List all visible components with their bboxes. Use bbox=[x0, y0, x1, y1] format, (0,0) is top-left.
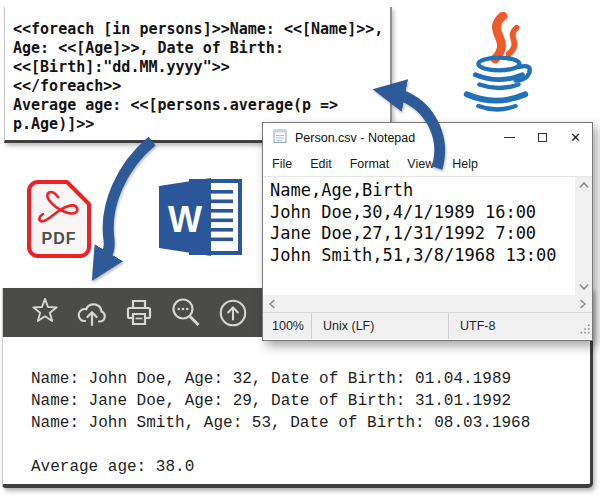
java-logo-icon bbox=[452, 12, 540, 116]
pdf-label: PDF bbox=[42, 230, 77, 247]
menu-help[interactable]: Help bbox=[443, 153, 487, 175]
merged-output-text: Name: John Doe, Age: 32, Date of Birth: … bbox=[3, 337, 590, 478]
csv-line: John Doe,30,4/1/1989 16:00 bbox=[270, 202, 575, 224]
horizontal-scrollbar[interactable] bbox=[263, 295, 592, 312]
menu-edit[interactable]: Edit bbox=[301, 153, 341, 175]
print-icon[interactable] bbox=[122, 296, 156, 330]
notepad-menubar: File Edit Format View Help bbox=[263, 152, 592, 177]
output-average-line: Average age: 38.0 bbox=[31, 456, 590, 478]
notepad-file-icon bbox=[272, 128, 288, 147]
template-code-line: Age: <<[Age]>>, Date of Birth: bbox=[13, 39, 390, 58]
cloud-upload-icon[interactable] bbox=[75, 296, 109, 330]
notepad-text-area[interactable]: Name,Age,Birth John Doe,30,4/1/1989 16:0… bbox=[263, 177, 575, 295]
zoom-search-icon[interactable] bbox=[169, 296, 203, 330]
chevron-left-icon[interactable] bbox=[268, 298, 276, 310]
template-code-line: <</foreach>> bbox=[13, 77, 390, 96]
window-title: Person.csv - Notepad bbox=[295, 131, 493, 145]
template-code-line: <<[Birth]:"dd.MM.yyyy">> bbox=[13, 58, 390, 77]
menu-format[interactable]: Format bbox=[341, 153, 399, 175]
output-line: Name: John Smith, Age: 53, Date of Birth… bbox=[31, 412, 590, 434]
status-zoom: 100% bbox=[263, 313, 311, 339]
notepad-statusbar: 100% Unix (LF) UTF-8 bbox=[263, 312, 592, 339]
csv-line: Jane Doe,27,1/31/1992 7:00 bbox=[270, 223, 575, 245]
arrow-template-to-output bbox=[102, 141, 152, 264]
output-line: Name: Jane Doe, Age: 29, Date of Birth: … bbox=[31, 390, 590, 412]
resize-grip-icon[interactable] bbox=[580, 323, 590, 337]
menu-view[interactable]: View bbox=[398, 153, 443, 175]
csv-line: John Smith,51,3/8/1968 13:00 bbox=[270, 245, 575, 267]
menu-file[interactable]: File bbox=[263, 153, 301, 175]
csv-line: Name,Age,Birth bbox=[270, 180, 575, 202]
word-label: W bbox=[168, 199, 202, 240]
composite-illustration: <<foreach [in persons]>>Name: <<[Name]>>… bbox=[0, 0, 600, 500]
status-encoding: UTF-8 bbox=[449, 313, 592, 339]
close-icon: ✕ bbox=[570, 131, 581, 144]
maximize-icon bbox=[538, 133, 547, 142]
star-icon[interactable] bbox=[28, 296, 62, 330]
chevron-down-icon[interactable] bbox=[578, 283, 590, 291]
minimize-icon bbox=[504, 137, 515, 139]
word-file-icon: W bbox=[159, 176, 244, 258]
arrow-up-circle-icon[interactable] bbox=[216, 296, 250, 330]
vertical-scrollbar[interactable] bbox=[575, 177, 592, 295]
maximize-button[interactable] bbox=[526, 123, 559, 152]
status-line-ending: Unix (LF) bbox=[312, 313, 448, 339]
chevron-up-icon[interactable] bbox=[578, 181, 590, 189]
pdf-file-icon: PDF bbox=[27, 180, 91, 258]
minimize-button[interactable] bbox=[493, 123, 526, 152]
notepad-titlebar[interactable]: Person.csv - Notepad ✕ bbox=[263, 123, 592, 152]
close-button[interactable]: ✕ bbox=[559, 123, 592, 152]
chevron-right-icon[interactable] bbox=[579, 298, 587, 310]
output-line: Name: John Doe, Age: 32, Date of Birth: … bbox=[31, 368, 590, 390]
notepad-window: Person.csv - Notepad ✕ File Edit Format … bbox=[262, 122, 593, 341]
template-code-line: <<foreach [in persons]>>Name: <<[Name]>>… bbox=[13, 20, 390, 39]
template-code-line: Average age: <<[persons.average(p => bbox=[13, 96, 390, 115]
